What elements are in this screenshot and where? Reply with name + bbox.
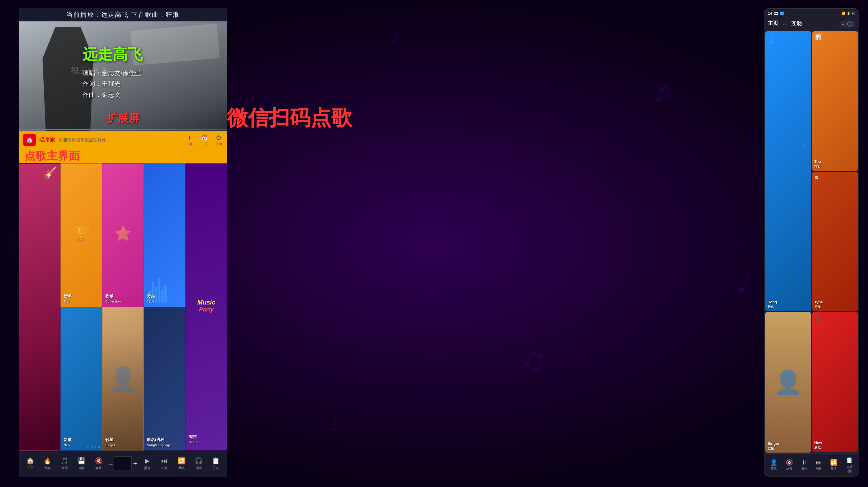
- singer-cell-label: Singer 歌星: [768, 441, 779, 450]
- phone-status-badge: U: [780, 11, 784, 15]
- person-ctrl-icon: 👤: [770, 459, 777, 466]
- left-panel: 当前播放：远走高飞 下首歌曲：狂浪 视云V8.0 远走高飞 演唱：金志文/徐佳莹…: [19, 8, 227, 477]
- volume-minus-btn[interactable]: –: [107, 459, 114, 467]
- close-button[interactable]: ⏻ 关闭: [215, 134, 223, 146]
- karaoke-brand: 唱享家: [39, 136, 55, 143]
- grid-cell-variety[interactable]: Music Party 综艺 Singer: [185, 163, 227, 451]
- song-cell-bg: ♪ ♫: [765, 31, 811, 311]
- phone-nav-dots-btn[interactable]: ···: [839, 21, 855, 28]
- singer-figure: 🎸: [43, 167, 57, 180]
- queued-count-badge: 0: [847, 469, 852, 473]
- phone-cell-top[interactable]: 📊 Top 排行: [812, 31, 858, 171]
- skip-icon: ⏭: [161, 457, 167, 465]
- queue-ctrl-icon: 📋: [846, 457, 853, 463]
- phone-nav-interact[interactable]: 互动: [791, 20, 802, 28]
- song-cell-label: Song 歌名: [768, 300, 777, 309]
- download-button[interactable]: ⬇ 下载: [185, 134, 193, 146]
- repeat-ctrl-icon: 🔁: [830, 459, 837, 466]
- phone-pause-btn[interactable]: ⏸ 暂停: [802, 459, 807, 471]
- usb-icon: 💾: [78, 457, 85, 465]
- phone-cell-type[interactable]: ≡ Type 分类: [812, 172, 858, 312]
- mood-toolbar-btn[interactable]: 🔥 气氛: [39, 452, 56, 475]
- phone-cut-btn[interactable]: ⏭ 切歌: [816, 459, 822, 471]
- home-toolbar-btn[interactable]: 🏠 主页: [22, 452, 39, 475]
- phone-cell-singer[interactable]: 👤 Singer 歌星: [765, 312, 811, 453]
- new-bg: [61, 307, 102, 451]
- person-icon: 👤: [774, 369, 803, 396]
- grid-cell-type[interactable]: 分类 Type: [144, 163, 185, 307]
- singer2-label: 歌星 Singer: [105, 437, 115, 447]
- video-prop: [130, 24, 220, 66]
- mood-icon: 🔥: [43, 457, 51, 465]
- phone-status-bar: 14:22 U 📶 🔋 98: [765, 9, 859, 18]
- dots-text: ···: [842, 22, 845, 26]
- list-icon: ≡: [815, 175, 818, 181]
- phone-original-btn[interactable]: 👤 原唱: [770, 459, 777, 471]
- battery-icon: 🔋: [846, 11, 850, 15]
- tune-icon: 🎵: [60, 457, 68, 465]
- phone-mute-btn[interactable]: 🔇 静音: [786, 459, 793, 471]
- karaoke-header: 🏠 唱享家 欢迎使用唱享家点歌软件 ⬇ 下载 📅 日一日 ⏻ 关闭: [19, 131, 227, 149]
- phone-nav-separator: ···: [783, 21, 787, 27]
- phone-cell-new[interactable]: 🎧 New 新歌: [812, 312, 858, 452]
- phone-grid: ♪ ♫ Song 歌名 📊 Top 排行 ≡ Type 分类: [765, 30, 859, 453]
- day-button[interactable]: 📅 日一日: [199, 134, 209, 146]
- grid-cell-top[interactable]: 🏆 榜单 Top: [60, 163, 102, 307]
- usb-toolbar-btn[interactable]: 💾 U盘: [73, 452, 90, 475]
- battery-level: 98: [852, 11, 855, 15]
- pause-ctrl-icon: ⏸: [802, 459, 807, 466]
- volume-slider[interactable]: [114, 456, 132, 471]
- phone-repeat-btn[interactable]: 🔁 重唱: [830, 459, 837, 471]
- video-area: 视云V8.0 远走高飞 演唱：金志文/徐佳莹 作词：王耀光 作曲：金志文 扩展屏: [19, 22, 227, 131]
- headphones-icon: 🎧: [815, 315, 822, 321]
- queue-icon: 📋: [212, 457, 220, 465]
- home-icon: 🏠: [26, 457, 34, 465]
- singer-photo-bg: 👤: [765, 312, 811, 453]
- music-bars: [144, 164, 185, 307]
- karaoke-main-title: 点歌主界面: [19, 149, 227, 163]
- phone-nav: 主页 ··· 互动 ···: [765, 18, 859, 30]
- note-icon: ♪: [770, 36, 774, 45]
- grid-cell-singer2[interactable]: 👤 歌星 Singer: [102, 307, 144, 451]
- mute-toolbar-btn[interactable]: 🔇 静音: [90, 452, 107, 475]
- repeat-toolbar-btn[interactable]: 🔁 重唱: [173, 452, 190, 475]
- accompany-toolbar-btn[interactable]: 🎧 伴唱: [190, 452, 207, 475]
- trophy-icon: 🏆: [72, 225, 90, 242]
- grid-cell-new[interactable]: 新歌 New: [60, 307, 102, 451]
- video-progress-bg: [19, 129, 227, 130]
- grid-cell-collection[interactable]: ⭐ 收藏 Collection: [102, 163, 144, 307]
- video-song-title: 远走高飞: [83, 44, 143, 65]
- mic-icon: 🎧: [195, 457, 203, 465]
- phone-nav-home[interactable]: 主页: [768, 20, 778, 28]
- phone-queued-btn[interactable]: 📋 已点 0: [846, 457, 853, 473]
- repeat-icon: 🔁: [178, 457, 185, 465]
- type-cell-label: Type 分类: [814, 300, 823, 309]
- cut-toolbar-btn[interactable]: ⏭ 切歌: [156, 452, 173, 475]
- chart-icon: 📊: [815, 34, 822, 40]
- play-icon: ▶: [145, 457, 150, 465]
- mute-ctrl-icon: 🔇: [786, 459, 793, 466]
- play-toolbar-btn[interactable]: ▶ 播放: [138, 452, 156, 475]
- composer-info: 作曲：金志文: [83, 89, 142, 100]
- skip-ctrl-icon: ⏭: [816, 459, 822, 466]
- singer-photo: 👤: [102, 307, 144, 451]
- karaoke-logo: 🏠: [23, 134, 36, 146]
- video-song-info: 演唱：金志文/徐佳莹 作词：王耀光 作曲：金志文: [83, 68, 142, 100]
- singer-info: 演唱：金志文/徐佳莹: [83, 68, 142, 78]
- grid-cell-singer[interactable]: 🎤 🎸: [19, 163, 60, 451]
- wechat-qr-title: 微信扫码点歌: [227, 104, 352, 132]
- top-label: 榜单 Top: [64, 293, 72, 304]
- expand-screen-label: 扩展屏: [106, 111, 140, 126]
- volume-plus-btn[interactable]: +: [132, 459, 138, 467]
- lyricist-info: 作词：王耀光: [83, 78, 142, 89]
- music-party-logo: Music Party: [197, 298, 215, 313]
- note-icon2: ♫: [803, 143, 807, 150]
- queued-toolbar-btn[interactable]: 📋 已点: [207, 452, 224, 475]
- grid-cell-song-lang[interactable]: 歌名/语种 Song/Language: [144, 307, 185, 451]
- now-playing-text: 当前播放：远走高飞 下首歌曲：狂浪: [66, 11, 180, 18]
- new-cell-label: New 新歌: [814, 441, 822, 449]
- tune-toolbar-btn[interactable]: 🎵 音调: [56, 452, 73, 475]
- new-label: 新歌 New: [64, 437, 72, 447]
- top-cell-label: Top 排行: [814, 159, 821, 168]
- phone-cell-song[interactable]: ♪ ♫ Song 歌名: [765, 31, 811, 311]
